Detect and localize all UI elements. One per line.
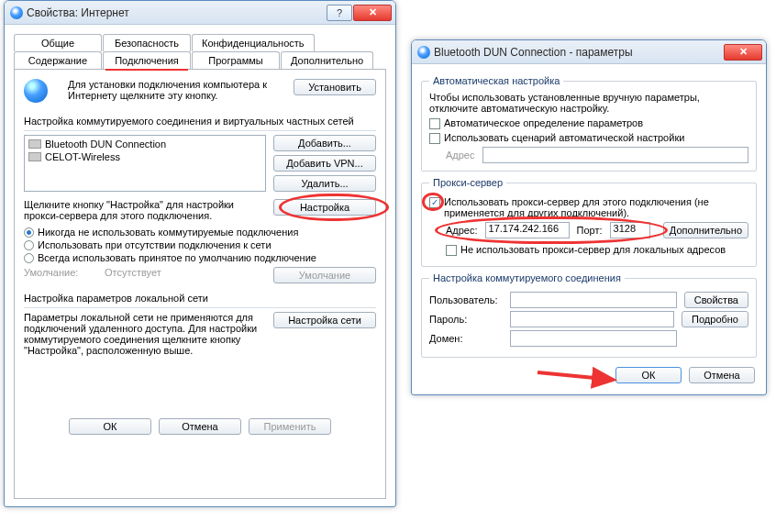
group-legend: Настройка коммутируемого соединения bbox=[429, 272, 625, 283]
checkbox-useproxy[interactable]: Использовать прокси-сервер для этого под… bbox=[429, 196, 748, 218]
cancel-button[interactable]: Отмена bbox=[159, 418, 241, 435]
settings-button[interactable]: Настройка bbox=[273, 199, 376, 216]
close-button[interactable]: ✕ bbox=[353, 5, 392, 21]
proxy-port-label: Порт: bbox=[577, 225, 603, 236]
modem-icon bbox=[28, 152, 41, 161]
domain-input[interactable] bbox=[510, 330, 677, 347]
titlebar-params: Bluetooth DUN Connection - параметры ✕ bbox=[412, 40, 766, 64]
default-label: Умолчание: bbox=[24, 267, 97, 278]
default-value: Отсутствует bbox=[105, 267, 266, 278]
auto-text: Чтобы использовать установленные вручную… bbox=[429, 92, 748, 114]
props-button[interactable]: Свойства bbox=[684, 292, 748, 308]
internet-icon bbox=[417, 46, 430, 59]
group-legend: Прокси-сервер bbox=[429, 177, 506, 188]
tab-general[interactable]: Общие bbox=[14, 34, 102, 51]
modem-icon bbox=[28, 139, 41, 149]
conn-section-label: Настройка коммутируемого соединения и ви… bbox=[24, 116, 376, 127]
install-text: Для установки подключения компьютера к И… bbox=[68, 79, 286, 101]
script-addr-label: Адрес bbox=[446, 150, 475, 161]
list-item[interactable]: Bluetooth DUN Connection bbox=[28, 138, 261, 150]
tab-programs[interactable]: Программы bbox=[192, 51, 280, 69]
internet-icon bbox=[10, 6, 23, 19]
apply-button: Применить bbox=[249, 418, 331, 435]
user-input[interactable] bbox=[510, 292, 677, 308]
pass-label: Пароль: bbox=[429, 314, 503, 325]
checkbox-autodetect[interactable]: Автоматическое определение параметров bbox=[429, 117, 748, 129]
red-arrow-icon bbox=[533, 363, 625, 391]
ok-button[interactable]: ОК bbox=[615, 367, 682, 383]
default-button: Умолчание bbox=[273, 267, 376, 283]
script-addr-input bbox=[482, 147, 749, 163]
domain-label: Домен: bbox=[429, 333, 503, 344]
lan-text: Параметры локальной сети не применяются … bbox=[24, 312, 266, 356]
tab-privacy[interactable]: Конфиденциальность bbox=[192, 34, 315, 51]
proxy-addr-input[interactable]: 17.174.242.166 bbox=[485, 222, 570, 238]
advanced-button[interactable]: Дополнительно bbox=[663, 222, 748, 238]
window-title: Bluetooth DUN Connection - параметры bbox=[434, 46, 724, 59]
window-title: Свойства: Интернет bbox=[27, 6, 327, 19]
close-button[interactable]: ✕ bbox=[724, 44, 762, 61]
tab-connections[interactable]: Подключения bbox=[103, 51, 191, 69]
tab-advanced[interactable]: Дополнительно bbox=[281, 51, 373, 69]
add-button[interactable]: Добавить... bbox=[273, 135, 376, 151]
radio-always[interactable]: Всегда использовать принятое по умолчани… bbox=[24, 252, 376, 263]
proxy-addr-label: Адрес: bbox=[446, 225, 478, 236]
checkbox-script[interactable]: Использовать сценарий автоматической нас… bbox=[429, 132, 748, 144]
auto-config-group: Автоматическая настройка Чтобы использов… bbox=[421, 75, 757, 172]
list-item[interactable]: CELOT-Wireless bbox=[28, 150, 261, 163]
settings-hint: Щелкните кнопку "Настройка" для настройк… bbox=[24, 199, 266, 221]
user-label: Пользователь: bbox=[429, 294, 503, 305]
proxy-port-input[interactable]: 3128 bbox=[610, 222, 650, 238]
install-button[interactable]: Установить bbox=[294, 79, 376, 95]
pass-input[interactable] bbox=[510, 311, 674, 327]
remove-button[interactable]: Удалить... bbox=[273, 175, 376, 192]
ok-button[interactable]: ОК bbox=[69, 418, 151, 435]
lan-section-label: Настройка параметров локальной сети bbox=[24, 293, 376, 304]
titlebar-props: Свойства: Интернет ? ✕ bbox=[5, 1, 395, 25]
tab-content[interactable]: Содержание bbox=[14, 51, 102, 69]
lan-settings-button[interactable]: Настройка сети bbox=[273, 312, 376, 328]
cancel-button[interactable]: Отмена bbox=[689, 367, 755, 383]
radio-when-absent[interactable]: Использовать при отсутствии подключения … bbox=[24, 239, 376, 250]
radio-never[interactable]: Никогда не использовать коммутируемые по… bbox=[24, 227, 376, 238]
checkbox-bypass-local[interactable]: Не использовать прокси-сервер для локаль… bbox=[446, 244, 748, 256]
group-legend: Автоматическая настройка bbox=[429, 75, 563, 86]
connections-listbox[interactable]: Bluetooth DUN Connection CELOT-Wireless bbox=[24, 135, 266, 192]
detail-button[interactable]: Подробно bbox=[682, 311, 748, 327]
help-button[interactable]: ? bbox=[327, 5, 352, 21]
globe-icon bbox=[24, 79, 53, 108]
tab-security[interactable]: Безопасность bbox=[103, 34, 191, 51]
svg-line-0 bbox=[538, 372, 614, 380]
add-vpn-button[interactable]: Добавить VPN... bbox=[273, 155, 376, 172]
dial-config-group: Настройка коммутируемого соединения Поль… bbox=[421, 272, 757, 358]
proxy-group: Прокси-сервер Использовать прокси-сервер… bbox=[421, 177, 757, 267]
